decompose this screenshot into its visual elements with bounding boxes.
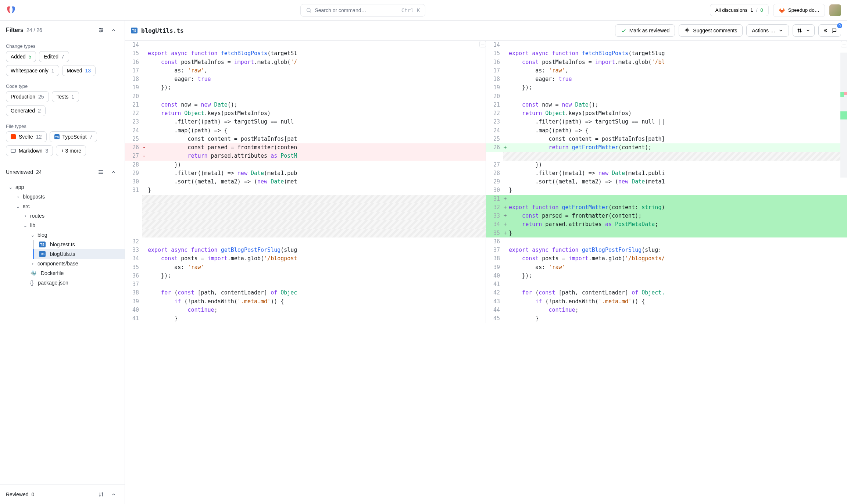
typescript-icon: TS: [54, 134, 60, 139]
svg-line-1: [310, 11, 311, 12]
typescript-icon: TS: [39, 251, 46, 257]
diff-pane-right: — 14 15 export async function fetchBlogP…: [486, 41, 847, 323]
reviewed-sort-button[interactable]: [96, 489, 106, 500]
chip-moved[interactable]: Moved13: [62, 65, 96, 76]
chip-generated[interactable]: Generated2: [6, 105, 46, 116]
chevron-down-icon: ⌄: [8, 184, 13, 190]
mark-reviewed-button[interactable]: Mark as reviewed: [615, 24, 675, 37]
tree-folder-routes[interactable]: ›routes: [0, 211, 125, 221]
tree-file-dockerfile[interactable]: ›🐳Dockerfile: [0, 268, 125, 278]
mr-label: Speedup do…: [788, 7, 819, 13]
chip-production[interactable]: Production25: [6, 91, 49, 102]
sidebar: Filters 24 / 26 Change types Added5 Edit…: [0, 21, 125, 504]
sort-icon: [98, 492, 104, 497]
filters-collapse-button[interactable]: [108, 25, 119, 35]
filter-settings-button[interactable]: [96, 25, 106, 35]
typescript-icon: TS: [131, 28, 137, 33]
svg-point-7: [100, 31, 101, 32]
tree-folder-components-base[interactable]: ›components/base: [0, 259, 125, 268]
svg-text:TS: TS: [55, 136, 58, 139]
svelte-icon: [11, 134, 16, 139]
chevron-up-icon: [111, 492, 116, 497]
docker-icon: 🐳: [30, 270, 36, 276]
tree-folder-src[interactable]: ⌄src: [0, 201, 125, 211]
filters-title: Filters: [6, 27, 24, 33]
search-input[interactable]: Search or command… Ctrl K: [300, 4, 425, 17]
file-tree: ⌄app ›blogposts ⌄src ›routes ⌄lib ⌄blog …: [0, 181, 125, 293]
chevron-down-icon: ⌄: [23, 222, 28, 228]
collapse-right-icon: [822, 28, 828, 33]
chip-more[interactable]: + 3 more: [56, 145, 86, 156]
comments-panel-button[interactable]: 0: [818, 24, 841, 37]
merge-request-button[interactable]: Speedup do…: [773, 4, 825, 17]
chevron-up-icon: [111, 169, 116, 175]
sliders-icon: [98, 27, 104, 33]
chip-added[interactable]: Added5: [6, 51, 36, 62]
gitlab-icon: [779, 7, 785, 14]
unreviewed-collapse-button[interactable]: [108, 167, 119, 177]
chip-edited[interactable]: Edited7: [39, 51, 69, 62]
chip-svelte[interactable]: Svelte12: [6, 131, 47, 142]
tree-view-button[interactable]: [96, 167, 106, 177]
chevron-right-icon: ›: [23, 213, 28, 219]
search-placeholder: Search or command…: [315, 7, 366, 13]
all-discussions-label: All discussions: [715, 7, 747, 13]
svg-point-6: [101, 30, 103, 31]
discussion-count-a: 1: [750, 7, 753, 13]
app-logo: [6, 5, 16, 15]
chevron-down-icon: ⌄: [15, 203, 21, 209]
list-icon: [98, 169, 104, 175]
tree-folder-blog[interactable]: ⌄blog: [0, 230, 125, 240]
chip-tests[interactable]: Tests1: [52, 91, 79, 102]
svg-point-16: [99, 172, 99, 172]
collapse-handle-left[interactable]: —: [479, 41, 486, 47]
suggest-comments-button[interactable]: Suggest comments: [679, 24, 743, 37]
comment-count: 0: [837, 23, 842, 28]
all-discussions-button[interactable]: All discussions 1 / 0: [710, 4, 769, 16]
unreviewed-count: 24: [36, 169, 42, 175]
reviewed-count: 0: [31, 492, 34, 497]
diff-pane-left: — 14 15 export async function fetchBlogP…: [125, 41, 486, 323]
tree-file-blog-test[interactable]: TSblog.test.ts: [33, 240, 125, 249]
reviewed-collapse-button[interactable]: [108, 489, 119, 500]
filters-count: 24 / 26: [26, 27, 42, 33]
chevron-right-icon: ›: [15, 194, 21, 200]
markdown-icon: [11, 148, 16, 153]
collapse-handle-right[interactable]: —: [841, 41, 847, 47]
file-name: blogUtils.ts: [141, 27, 184, 34]
chevron-down-icon: [805, 28, 811, 33]
chevron-down-icon: ⌄: [30, 232, 35, 238]
chip-markdown[interactable]: Markdown3: [6, 145, 53, 156]
search-icon: [306, 7, 312, 13]
compare-icon: [797, 28, 803, 33]
search-shortcut: Ctrl K: [401, 7, 420, 13]
tree-file-blog-utils[interactable]: TSblogUtils.ts: [33, 249, 125, 259]
tree-folder-lib[interactable]: ⌄lib: [0, 221, 125, 230]
actions-button[interactable]: Actions …: [746, 24, 789, 37]
svg-point-5: [100, 28, 101, 29]
svg-rect-8: [11, 134, 16, 139]
check-icon: [621, 28, 626, 33]
view-options-button[interactable]: [793, 24, 815, 37]
minimap[interactable]: [840, 53, 847, 178]
comment-icon: [831, 28, 837, 33]
svg-rect-11: [11, 149, 15, 153]
change-types-label: Change types: [6, 43, 119, 49]
tree-file-package-json[interactable]: ›{}package.json: [0, 278, 125, 287]
chip-whitespace[interactable]: Whitespace only1: [6, 65, 59, 76]
diff-view[interactable]: — 14 15 export async function fetchBlogP…: [125, 41, 847, 504]
tree-folder-app[interactable]: ⌄app: [0, 182, 125, 192]
json-icon: {}: [30, 280, 33, 286]
svg-point-0: [307, 8, 310, 11]
reviewed-title: Reviewed: [6, 492, 28, 497]
chevron-up-icon: [111, 28, 116, 33]
sparkle-icon: [684, 28, 690, 33]
tree-folder-blogposts[interactable]: ›blogposts: [0, 192, 125, 201]
chevron-right-icon: ›: [30, 261, 35, 267]
chip-typescript[interactable]: TSTypeScript7: [50, 131, 97, 142]
discussion-count-b: 0: [760, 7, 763, 13]
svg-point-15: [99, 170, 99, 171]
unreviewed-title: Unreviewed: [6, 169, 33, 175]
avatar[interactable]: [829, 4, 841, 16]
file-types-label: File types: [6, 124, 119, 129]
